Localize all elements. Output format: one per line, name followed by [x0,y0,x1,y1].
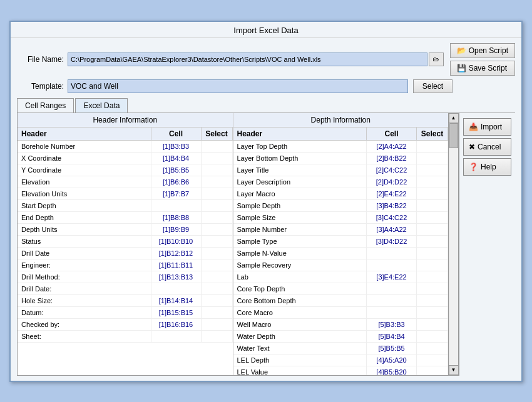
open-script-button[interactable]: 📂 Open Script [450,43,515,58]
table-row: LEL Depth [4]A5:A20 [233,354,449,366]
table-row: Elevation Units [1]B7:B7 [18,188,233,200]
depth-cell-select [417,343,448,354]
depth-cell-value: [2]C4:C22 [367,164,417,176]
table-row: Sample Number [3]A4:A22 [233,224,449,236]
depth-cell-value [367,295,417,306]
table-row: Drill Method: [1]B13:B13 [18,271,233,283]
table-row: Drill Date: [18,283,233,295]
file-input[interactable] [68,53,427,66]
table-row: End Depth [1]B8:B8 [18,212,233,224]
header-cell-select [202,188,233,199]
scroll-thumb[interactable] [449,123,458,148]
template-input[interactable] [68,79,408,93]
depth-cell-select [417,259,448,271]
header-cell-select [202,271,233,283]
table-row: Sheet: [18,331,233,343]
header-cell-value: [1]B9:B9 [151,224,202,235]
header-cell-label: Drill Method: [18,271,151,283]
table-row: Borehole Number [1]B3:B3 [18,141,233,153]
depth-section-title: Depth Information [233,113,449,128]
browse-button[interactable]: 🗁 [429,53,444,66]
header-cell-label: End Depth [18,212,151,223]
header-cell-label: Drill Date [18,248,151,259]
depth-cell-value: [5]B4:B4 [367,331,417,342]
depth-cell-value: [3]C4:C22 [367,212,417,223]
table-row: Datum: [1]B15:B15 [18,307,233,319]
header-cell-select [202,307,233,318]
header-col-h-header: Header [18,128,151,140]
depth-cell-value: [5]B3:B3 [367,319,417,330]
depth-cell-label: Core Top Depth [233,283,367,294]
save-script-button[interactable]: 💾 Save Script [450,61,515,76]
header-cell-label: X Coordinate [18,153,151,164]
depth-col-h-header: Header [233,128,367,140]
header-cell-select [202,248,233,259]
header-cell-select [202,176,233,188]
depth-cell-label: Well Macro [233,319,367,330]
file-label: File Name: [17,55,64,64]
depth-cell-value: [5]B5:B5 [367,343,417,354]
table-row: Sample Recovery [233,259,449,271]
cancel-button[interactable]: ✖ Cancel [463,138,511,156]
depth-cell-label: Layer Top Depth [233,141,367,152]
header-cell-select [202,141,233,152]
table-row: Depth Units [1]B9:B9 [18,224,233,236]
header-cell-label: Status [18,236,151,247]
header-cell-label: Depth Units [18,224,151,235]
table-row: LEL Value [4]B5:B20 [233,366,449,375]
header-cell-label: Checked by: [18,319,151,330]
depth-cell-label: Water Depth [233,331,367,342]
table-row: Layer Bottom Depth [2]B4:B22 [233,153,449,164]
header-col-headers: Header Cell Select [18,128,233,141]
header-col-h-select: Select [202,128,233,140]
scroll-down-button[interactable]: ▼ [449,365,459,375]
table-row: Status [1]B10:B10 [18,236,233,248]
scroll-track[interactable] [449,123,458,365]
tab-cell-ranges[interactable]: Cell Ranges [17,98,74,113]
depth-cell-value [367,259,417,271]
scrollbar[interactable]: ▲ ▼ [448,113,458,375]
table-row: Checked by: [1]B16:B16 [18,319,233,331]
depth-cell-select [417,200,448,211]
depth-cell-value: [2]D4:D22 [367,176,417,188]
help-button[interactable]: ❓ Help [463,158,511,176]
table-row: Start Depth [18,200,233,212]
template-select-button[interactable]: Select [413,79,453,93]
depth-cell-label: Lab [233,271,367,283]
depth-cell-value: [2]A4:A22 [367,141,417,152]
table-row: Water Text [5]B5:B5 [233,343,449,354]
table-row: Hole Size: [1]B14:B14 [18,295,233,307]
depth-cell-select [417,271,448,283]
table-row: Sample Depth [3]B4:B22 [233,200,449,212]
file-input-group: 🗁 [68,53,444,66]
title-bar: Import Excel Data [11,22,521,38]
depth-cell-label: Layer Bottom Depth [233,153,367,164]
depth-cell-value: [2]E4:E22 [367,188,417,199]
depth-scroll-area[interactable]: Layer Top Depth [2]A4:A22 Layer Bottom D… [233,141,449,375]
header-cell-select [202,283,233,294]
header-cell-label: Sheet: [18,331,151,342]
depth-cell-label: Layer Title [233,164,367,176]
header-scroll-area[interactable]: Borehole Number [1]B3:B3 X Coordinate [1… [18,141,233,375]
depth-cell-label: Water Text [233,343,367,354]
table-row: Drill Date [1]B12:B12 [18,248,233,259]
depth-cell-value: [3]A4:A22 [367,224,417,235]
tab-excel-data[interactable]: Excel Data [75,98,128,113]
depth-cell-select [417,153,448,164]
depth-cell-label: Core Macro [233,307,367,318]
header-cell-select [202,164,233,176]
header-cell-value: [1]B5:B5 [151,164,202,176]
header-cell-select [202,153,233,164]
table-row: Core Bottom Depth [233,295,449,307]
depth-cell-value [367,307,417,318]
header-cell-label: Drill Date: [18,283,151,294]
scroll-up-button[interactable]: ▲ [449,113,459,123]
header-cell-value: [1]B7:B7 [151,188,202,199]
table-row: X Coordinate [1]B4:B4 [18,153,233,164]
header-cell-label: Hole Size: [18,295,151,306]
depth-cell-select [417,188,448,199]
import-button[interactable]: 📥 Import [463,118,511,136]
header-cell-select [202,212,233,223]
header-cell-label: Engineer: [18,259,151,271]
header-cell-value: [1]B12:B12 [151,248,202,259]
